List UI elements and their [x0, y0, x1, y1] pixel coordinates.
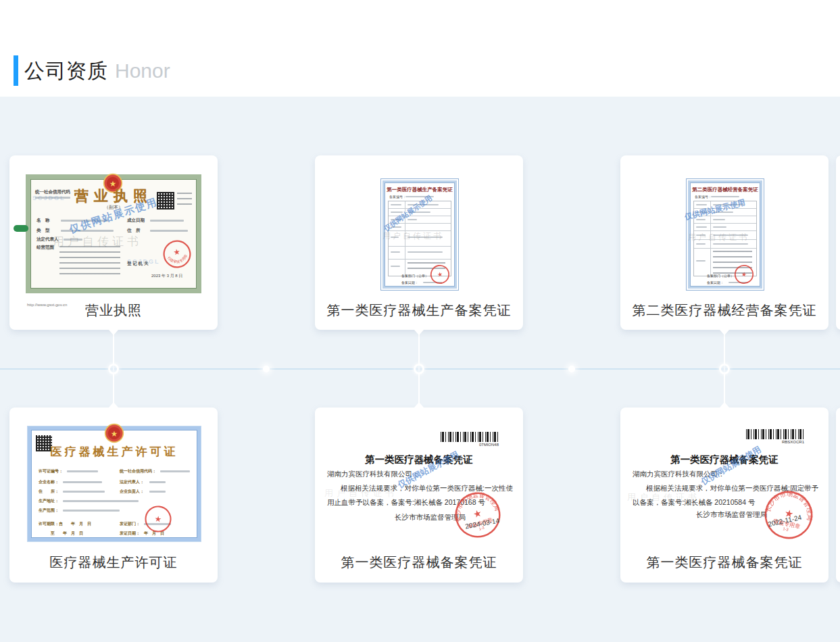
issuer-line: 长沙市市场监督管理局 [696, 510, 767, 520]
cert-card-production-license[interactable]: ★ 医疗器械生产许可证 许可证编号： 统一社会信用代码： 企业名称： 法定代表人… [9, 408, 218, 583]
approval-stamp: 长沙市市场监督管理局 ★ 审核专用章 1-3 [759, 485, 818, 545]
upload-watermark: 用户自传证书 [688, 232, 749, 243]
section-header: 公司资质Honor [0, 0, 840, 97]
cert-card-class2-operation-record[interactable]: 第二类医疗器械经营备案凭证 备案编号： 备案部门（公章）： 备案日期： ★ 仅供… [620, 155, 829, 330]
field-label: 名 称 [36, 218, 50, 224]
svg-text:★: ★ [741, 270, 747, 278]
svg-text:★: ★ [111, 429, 118, 438]
svg-text:1-3: 1-3 [783, 526, 789, 532]
field-label: 生产范围： [39, 508, 59, 514]
field-label: 企业负责人： [120, 489, 144, 495]
section-title-cn: 公司资质 [24, 59, 108, 82]
record-no-label: 备案编号： [389, 195, 406, 199]
timeline-dot [414, 364, 424, 374]
issue-dept-label: 发证部门： [120, 521, 140, 527]
timeline-dot [108, 364, 119, 374]
barcode [441, 432, 499, 442]
record-cert-image: 第二类医疗器械经营备案凭证 备案编号： 备案部门（公章）： 备案日期： ★ 仅供… [686, 178, 764, 291]
field-label: 住 所 [127, 228, 141, 234]
barcode [746, 429, 804, 439]
cert-title: 医疗器械生产许可证 [28, 444, 201, 460]
cert-label: 第二类医疗器械经营备案凭证 [620, 301, 829, 320]
svg-text:★: ★ [154, 514, 162, 524]
photo-watermark: SCJDGL [32, 195, 66, 201]
term-to-label: 至 年 月 日 [51, 530, 83, 537]
cert-title: 第一类医疗器械备案凭证 [315, 453, 523, 466]
cert-title: 第一类医疗器械生产备案凭证 [385, 187, 454, 193]
red-stamp: ★ [733, 263, 756, 286]
honor-section: ★ 统一社会信用代码 营业执照 （副本） 名 称 类 型 法定代表人 经营范围 … [0, 97, 840, 642]
field-label: 成立日期 [127, 218, 145, 224]
record-date-label: 备案日期： [707, 280, 724, 285]
cert-card-business-license[interactable]: ★ 统一社会信用代码 营业执照 （副本） 名 称 类 型 法定代表人 经营范围 … [9, 155, 218, 330]
record-cert-image: 第一类医疗器械生产备案凭证 备案编号： 备案部门（公章）： 备案日期： ★ 仅供… [380, 178, 459, 291]
cert-card-class1-record-1[interactable]: 07MION48 第一类医疗器械备案凭证 湖南力宾医疗科技有限公司： 根据相关法… [315, 408, 523, 583]
barcode-code: 07MION48 [441, 443, 499, 447]
barcode-code: RBSXOCR1 [746, 440, 804, 444]
upload-watermark: 用户自传证书 [324, 487, 397, 499]
cert-label: 第一类医疗器械生产备案凭证 [315, 301, 523, 320]
cert-card-class1-record-2[interactable]: RBSXOCR1 第一类医疗器械备案凭证 湖南力宾医疗科技有限公司： 根据相关法… [620, 408, 829, 583]
term-from-label: 许可期限：自 年 月 日 [39, 521, 91, 527]
cert-date: 2023 年 3 月 8 日 [151, 273, 182, 279]
cert-card-class1-production-record[interactable]: 第一类医疗器械生产备案凭证 备案编号： 备案部门（公章）： 备案日期： ★ 仅供… [315, 155, 523, 330]
svg-text:★: ★ [472, 507, 483, 520]
timeline-dot [719, 364, 730, 374]
national-emblem-icon: ★ [103, 423, 126, 443]
approval-stamp: 长沙市市场监督管理局 ★ 审核专用章 1-3 [449, 486, 508, 545]
field-label: 许可证编号： [39, 468, 63, 474]
timeline-dot-mid [568, 366, 575, 372]
title-accent-bar [14, 55, 18, 86]
svg-text:★: ★ [173, 247, 181, 256]
field-label: 法定代表人： [120, 479, 144, 485]
cert-title: 第二类医疗器械经营备案凭证 [691, 187, 760, 193]
field-label: 统一社会信用代码： [120, 468, 156, 474]
record-dept-label: 备案部门（公章）： [401, 274, 432, 278]
business-license-image: ★ 统一社会信用代码 营业执照 （副本） 名 称 类 型 法定代表人 经营范围 … [26, 174, 201, 293]
red-stamp: ★ 行政审批专用章 [160, 237, 194, 271]
upload-watermark: 用户自传证书 [382, 230, 443, 242]
field-label: 生产地址： [39, 498, 59, 504]
partial-card-next-bottom [836, 408, 840, 583]
cert-label: 医疗器械生产许可证 [9, 553, 218, 572]
photo-watermark: SCJDGL [127, 258, 160, 265]
field-label: 企业名称： [39, 479, 59, 485]
record-no-label: 备案编号： [695, 195, 712, 199]
cert-label: 第一类医疗器械备案凭证 [620, 553, 829, 572]
record-date-label: 备案日期： [401, 280, 418, 285]
section-title-en: Honor [115, 59, 170, 82]
field-label: 类 型 [36, 228, 50, 234]
red-stamp: ★ [143, 503, 174, 535]
cert-label: 第一类医疗器械备案凭证 [315, 553, 523, 572]
photo-sticker [14, 225, 28, 232]
field-label: 经营范围 [36, 245, 54, 251]
qr-code [157, 192, 174, 209]
field-label: 住 所： [39, 489, 59, 495]
partial-card-next-top [836, 155, 840, 330]
svg-text:★: ★ [437, 270, 443, 278]
section-title: 公司资质Honor [24, 55, 170, 86]
upload-watermark: 用户自传证书 [53, 234, 142, 249]
page: { "header": { "title_cn": "公司资质", "title… [0, 0, 840, 642]
production-license-image: ★ 医疗器械生产许可证 许可证编号： 统一社会信用代码： 企业名称： 法定代表人… [27, 426, 201, 542]
cert-label: 营业执照 [9, 301, 218, 320]
red-stamp: ★ [428, 263, 452, 287]
timeline-dot-mid [263, 366, 270, 372]
upload-watermark: 用户自传证书 [627, 491, 700, 503]
